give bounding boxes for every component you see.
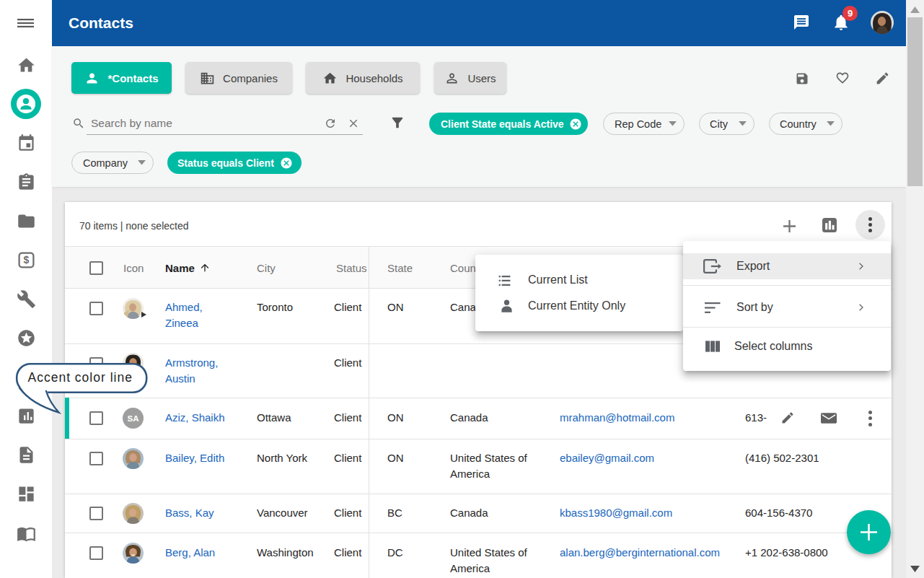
svg-text:$: $ <box>23 254 29 266</box>
